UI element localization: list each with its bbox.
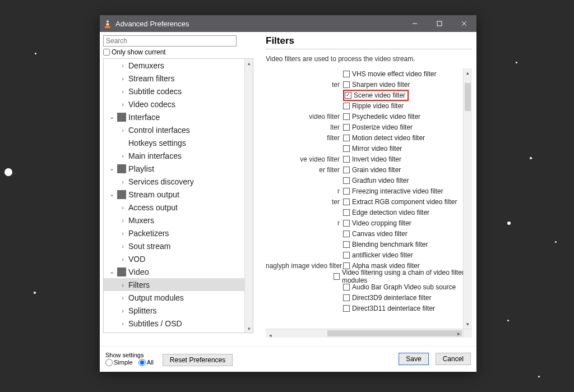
filters-horizontal-scrollbar[interactable]: ◂ ▸ — [266, 329, 463, 338]
filter-label[interactable]: Direct3D11 deinterlace filter — [352, 305, 435, 312]
only-show-current-box[interactable] — [103, 49, 110, 56]
filter-checkbox[interactable] — [345, 92, 351, 99]
filter-label[interactable]: VHS movie effect video filter — [352, 70, 437, 78]
filter-label[interactable]: Canvas video filter — [352, 230, 408, 238]
scroll-thumb[interactable] — [327, 330, 462, 336]
filter-checkbox[interactable] — [343, 199, 350, 205]
filter-label[interactable]: Posterize video filter — [352, 123, 413, 131]
tree-item-control-interfaces[interactable]: ›Control interfaces — [104, 123, 253, 136]
filter-checkbox[interactable] — [343, 209, 350, 216]
filter-checkbox[interactable] — [343, 167, 350, 173]
filter-label[interactable]: Scene video filter — [354, 91, 405, 99]
filter-label[interactable]: Direct3D9 deinterlace filter — [352, 294, 431, 302]
tree-item-video-codecs[interactable]: ›Video codecs — [104, 98, 253, 110]
tree-item-stream-filters[interactable]: ›Stream filters — [104, 72, 253, 85]
filter-checkbox[interactable] — [343, 177, 350, 184]
filter-checkbox[interactable] — [343, 284, 350, 290]
only-show-current-label: Only show current — [112, 48, 166, 56]
tree-item-services-discovery[interactable]: ›Services discovery — [104, 175, 253, 188]
chevron-icon: › — [119, 282, 126, 288]
chevron-icon: › — [119, 256, 126, 262]
tree-item-subtitle-codecs[interactable]: ›Subtitle codecs — [104, 85, 253, 98]
chevron-icon: › — [119, 153, 126, 159]
chevron-icon: › — [119, 62, 126, 69]
maximize-button[interactable] — [427, 15, 452, 32]
filter-label[interactable]: Psychedelic video filter — [352, 113, 420, 121]
filter-checkbox[interactable] — [343, 145, 350, 152]
reset-preferences-button[interactable]: Reset Preferences — [163, 354, 233, 366]
titlebar[interactable]: Advanced Preferences — [100, 15, 476, 32]
filter-checkbox[interactable] — [334, 273, 340, 280]
filter-checkbox[interactable] — [343, 188, 350, 195]
filter-label[interactable]: Grain video filter — [352, 166, 401, 174]
chevron-icon: › — [119, 127, 126, 133]
tree-item-packetizers[interactable]: ›Packetizers — [104, 227, 253, 239]
scroll-down-icon[interactable]: ▾ — [245, 324, 253, 333]
scroll-thumb[interactable] — [465, 83, 471, 111]
tree-item-sout-stream[interactable]: ›Sout stream — [104, 239, 253, 252]
svg-rect-1 — [105, 26, 110, 28]
filter-checkbox[interactable] — [343, 103, 350, 109]
search-input[interactable] — [103, 35, 237, 47]
chevron-icon: › — [119, 307, 126, 314]
filter-label[interactable]: Extract RGB component video filter — [352, 198, 457, 206]
tree-item-stream-output[interactable]: ⌄Stream output — [104, 188, 253, 201]
filter-label[interactable]: Ripple video filter — [352, 102, 404, 110]
tree-item-playlist[interactable]: ⌄Playlist — [104, 162, 253, 175]
filter-label[interactable]: Gradfun video filter — [352, 177, 409, 185]
filter-label[interactable]: antiflicker video filter — [352, 251, 413, 259]
scroll-right-icon[interactable]: ▸ — [454, 329, 463, 338]
tree-item-interface[interactable]: ⌄Interface — [104, 110, 253, 123]
filter-label[interactable]: Audio Bar Graph Video sub source — [352, 283, 456, 291]
filter-checkbox[interactable] — [343, 241, 350, 248]
tree-item-access-output[interactable]: ›Access output — [104, 201, 253, 214]
filter-truncated-left-label: ter — [266, 198, 343, 206]
filters-vertical-scrollbar[interactable]: ▴ ▾ — [463, 68, 472, 329]
tree-scrollbar[interactable]: ▴ ▾ — [244, 59, 253, 333]
filter-checkbox[interactable] — [343, 156, 350, 163]
scroll-down-icon[interactable]: ▾ — [464, 320, 472, 329]
tree-item-output-modules[interactable]: ›Output modules — [104, 291, 253, 304]
filter-label[interactable]: Blending benchmark filter — [352, 241, 428, 248]
chevron-icon: › — [119, 101, 126, 108]
filter-label[interactable]: Mirror video filter — [352, 145, 402, 153]
filter-label[interactable]: Edge detection video filter — [352, 209, 429, 216]
tree-item-subtitles-osd[interactable]: ›Subtitles / OSD — [104, 317, 253, 330]
filter-checkbox[interactable] — [343, 305, 350, 312]
tree-item-filters[interactable]: ›Filters — [104, 278, 253, 291]
filter-checkbox[interactable] — [343, 294, 350, 301]
filter-truncated-left-label: er filter — [266, 166, 343, 174]
filter-checkbox[interactable] — [343, 113, 350, 120]
filter-checkbox[interactable] — [343, 81, 350, 88]
filter-checkbox[interactable] — [343, 135, 350, 141]
tree-item-main-interfaces[interactable]: ›Main interfaces — [104, 149, 253, 162]
filter-label[interactable]: Video filtering using a chain of video f… — [342, 269, 472, 284]
tree-item-hotkeys-settings[interactable]: Hotkeys settings — [104, 136, 253, 149]
filter-checkbox[interactable] — [343, 252, 350, 259]
scroll-up-icon[interactable]: ▴ — [464, 68, 472, 77]
filter-checkbox[interactable] — [343, 71, 350, 77]
tree-item-vod[interactable]: ›VOD — [104, 252, 253, 265]
simple-radio[interactable]: Simple — [105, 359, 133, 366]
filter-label[interactable]: Invert video filter — [352, 155, 401, 163]
scroll-left-icon[interactable]: ◂ — [266, 331, 275, 338]
scroll-up-icon[interactable]: ▴ — [245, 59, 253, 67]
filter-label[interactable]: Sharpen video filter — [352, 81, 410, 89]
filter-checkbox[interactable] — [343, 220, 350, 227]
filter-checkbox[interactable] — [343, 124, 350, 131]
tree-item-muxers[interactable]: ›Muxers — [104, 214, 253, 227]
cancel-button[interactable]: Cancel — [436, 353, 471, 365]
filter-label[interactable]: Motion detect video filter — [352, 134, 425, 142]
tree-item-video[interactable]: ⌄Video — [104, 265, 253, 278]
only-show-current-checkbox[interactable]: Only show current — [103, 48, 260, 56]
tree-item-splitters[interactable]: ›Splitters — [104, 304, 253, 317]
minimize-button[interactable] — [402, 15, 427, 32]
filter-label[interactable]: Video cropping filter — [352, 219, 411, 227]
filter-label[interactable]: Freezing interactive video filter — [352, 187, 443, 195]
tree-item-demuxers[interactable]: ›Demuxers — [104, 59, 253, 72]
content-area: Only show current ›Demuxers›Stream filte… — [100, 32, 476, 346]
save-button[interactable]: Save — [399, 353, 428, 365]
all-radio[interactable]: All — [138, 359, 154, 366]
close-button[interactable] — [452, 15, 476, 32]
filter-checkbox[interactable] — [343, 230, 350, 237]
